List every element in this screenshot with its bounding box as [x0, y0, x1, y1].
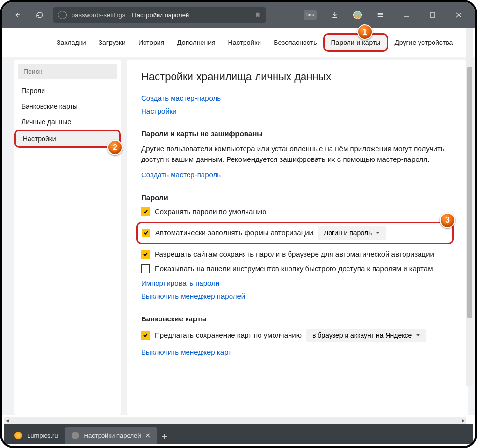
checkbox-label: Предлагать сохранение карт по умолчанию [155, 331, 302, 339]
sidebar-search [18, 64, 117, 79]
checkbox-save-cards[interactable] [141, 331, 150, 340]
option-autofill-forms-row: Автоматически заполнять формы авторизаци… [136, 222, 454, 244]
nav-other-devices[interactable]: Другие устройства [388, 35, 459, 50]
nav-addons[interactable]: Дополнения [171, 35, 221, 50]
scroll-thumb[interactable] [467, 67, 472, 318]
dropdown-autofill-mode[interactable]: Логин и пароль [318, 226, 386, 240]
link-settings[interactable]: Настройки [141, 107, 454, 115]
tab-settings-passwords[interactable]: Настройки паролей [65, 427, 158, 444]
nav-passwords-cards[interactable]: Пароли и карты [323, 33, 389, 52]
downloads-button[interactable] [327, 7, 343, 23]
section-unencrypted-heading: Пароли и карты не зашифрованы [141, 130, 454, 138]
chevron-down-icon [416, 333, 420, 338]
toolbar-right: last [304, 7, 466, 23]
bookmark-icon[interactable] [254, 12, 261, 18]
section-cards-heading: Банковские карты [141, 315, 454, 323]
chevron-down-icon [376, 231, 380, 235]
vertical-scrollbar[interactable] [466, 28, 473, 386]
link-create-master-password[interactable]: Создать мастер-пароль [141, 94, 454, 102]
main-area: Пароли Банковские карты Личные данные На… [2, 57, 475, 415]
callout-1: 1 [357, 24, 373, 40]
option-allow-sites-save: Разрешать сайтам сохранять пароли в брау… [141, 250, 454, 259]
option-show-toolbar-button: Показывать на панели инструментов кнопку… [141, 264, 454, 273]
maximize-button[interactable] [425, 7, 440, 23]
search-input[interactable] [18, 64, 117, 79]
browser-toolbar: passwords-settings Настройки паролей las… [2, 2, 475, 28]
menu-button[interactable] [373, 7, 388, 23]
link-create-master-password-2[interactable]: Создать мастер-пароль [141, 171, 454, 179]
extension-badge[interactable]: last [304, 10, 317, 20]
checkbox-allow-sites[interactable] [141, 250, 150, 259]
sidebar-item-personal[interactable]: Личные данные [14, 114, 121, 130]
svg-rect-0 [430, 13, 435, 17]
sidebar-item-passwords[interactable]: Пароли [14, 83, 121, 99]
address-bar[interactable]: passwords-settings Настройки паролей [53, 7, 266, 23]
section-unencrypted-description: Другие пользователи компьютера или устан… [141, 144, 454, 165]
checkbox-save-passwords[interactable] [141, 207, 150, 216]
callout-2: 2 [107, 140, 123, 155]
minimize-button[interactable] [399, 7, 414, 23]
sidebar-item-settings[interactable]: Настройки [14, 130, 121, 148]
link-disable-password-manager[interactable]: Выключить менеджер паролей [141, 292, 454, 300]
settings-top-nav: Закладки Загрузки История Дополнения Нас… [2, 28, 475, 57]
site-icon [58, 11, 67, 19]
page-title: Настройки хранилища личных данных [141, 71, 454, 83]
option-save-cards: Предлагать сохранение карт по умолчанию … [141, 329, 454, 342]
nav-settings[interactable]: Настройки [222, 35, 268, 50]
tab-title: Настройки паролей [84, 432, 141, 439]
url-title: Настройки паролей [132, 12, 189, 19]
close-window-button[interactable] [451, 7, 466, 23]
horizontal-scrollbar[interactable]: ◂ ▸ [4, 417, 466, 424]
tab-lumpics[interactable]: Lumpics.ru [8, 427, 65, 444]
checkbox-label: Автоматически заполнять формы авторизаци… [155, 229, 313, 237]
link-import-passwords[interactable]: Импортировать пароли [141, 279, 454, 287]
checkbox-show-toolbar[interactable] [141, 264, 150, 273]
nav-bookmarks[interactable]: Закладки [50, 35, 92, 50]
tab-title: Lumpics.ru [27, 432, 58, 439]
tab-strip: Lumpics.ru Настройки паролей + [4, 424, 473, 444]
sidebar: Пароли Банковские карты Личные данные На… [14, 60, 121, 415]
scroll-left-arrow[interactable]: ◂ [4, 417, 11, 424]
new-tab-button[interactable]: + [157, 430, 172, 444]
checkbox-autofill-forms[interactable] [142, 229, 150, 237]
checkbox-label: Сохранять пароли по умолчанию [155, 207, 266, 216]
url-slug: passwords-settings [72, 12, 125, 19]
sidebar-item-cards[interactable]: Банковские карты [14, 99, 121, 114]
callout-3: 3 [440, 213, 455, 228]
scroll-right-arrow[interactable]: ▸ [460, 417, 466, 424]
nav-security[interactable]: Безопасность [267, 35, 323, 50]
back-button[interactable] [11, 7, 26, 23]
content-panel: Настройки хранилища личных данных Создат… [127, 60, 468, 415]
nav-history[interactable]: История [132, 35, 171, 50]
dropdown-value: в браузер и аккаунт на Яндексе [312, 332, 412, 339]
link-disable-card-manager[interactable]: Выключить менеджер карт [141, 348, 454, 356]
dropdown-cards-mode[interactable]: в браузер и аккаунт на Яндексе [306, 329, 426, 342]
checkbox-label: Разрешать сайтам сохранять пароли в брау… [155, 250, 434, 258]
dropdown-value: Логин и пароль [324, 229, 372, 237]
option-save-passwords: Сохранять пароли по умолчанию [141, 207, 454, 216]
close-tab-icon[interactable] [145, 433, 150, 438]
nav-downloads[interactable]: Загрузки [92, 35, 132, 50]
checkbox-label: Показывать на панели инструментов кнопку… [155, 264, 433, 273]
reload-button[interactable] [32, 7, 47, 23]
favicon-icon [14, 432, 22, 439]
section-passwords-heading: Пароли [141, 193, 454, 202]
favicon-icon [72, 432, 79, 439]
weather-icon[interactable] [353, 11, 362, 19]
